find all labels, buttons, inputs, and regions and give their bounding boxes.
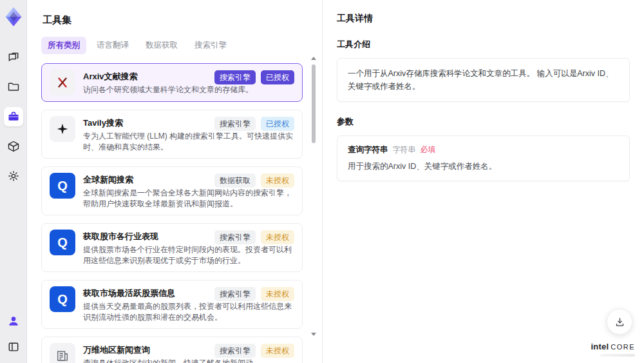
sidebar-nav [4, 48, 23, 186]
intro-box: 一个用于从Arxiv存储库搜索科学论文和文章的工具。 输入可以是Arxiv ID… [337, 58, 630, 102]
tool-badges: 搜索引擎已授权 [214, 70, 294, 84]
category-badge: 搜索引擎 [214, 344, 256, 358]
details-title: 工具详情 [337, 13, 630, 25]
gear-icon [7, 170, 20, 182]
quark-icon: Q [50, 230, 75, 255]
category-badge: 数据获取 [214, 173, 256, 188]
tavily-icon [50, 116, 75, 142]
tool-card-5[interactable]: Q获取市场最活跃股票信息提供当天交易量最高的股票列表，投资者可以利用这些信息来识… [41, 280, 303, 329]
user-icon [7, 315, 20, 328]
app-logo[interactable] [4, 6, 23, 27]
auth-status-badge: 已授权 [261, 117, 294, 131]
tool-badges: 搜索引擎未授权 [214, 230, 294, 244]
tool-details-panel: 工具详情 工具介绍 一个用于从Arxiv存储库搜索科学论文和文章的工具。 输入可… [322, 0, 644, 363]
category-badge: 搜索引擎 [214, 70, 256, 84]
sidebar-item-models[interactable] [4, 137, 23, 156]
tool-badges: 搜索引擎未授权 [214, 287, 294, 301]
quark-icon: Q [50, 173, 75, 199]
tools-list-panel: 工具集 所有类别语言翻译数据获取搜索引擎 Arxiv文献搜索访问各个研究领域大量… [27, 0, 322, 363]
sidebar-item-user[interactable] [4, 311, 23, 331]
sidebar-item-tools[interactable] [4, 107, 23, 126]
chat-icon [7, 51, 20, 64]
param-type: 字符串 [393, 144, 416, 155]
tool-description: 访问各个研究领域大量科学论文和文章的存储库。 [83, 84, 294, 95]
download-button[interactable] [607, 309, 632, 335]
sidebar-bottom [4, 311, 23, 357]
sidebar-item-settings[interactable] [4, 166, 23, 186]
category-badge: 搜索引擎 [214, 287, 256, 301]
page-title: 工具集 [43, 14, 303, 26]
intro-text: 一个用于从Arxiv存储库搜索科学论文和文章的工具。 输入可以是Arxiv ID… [348, 69, 614, 91]
newspaper-icon [50, 343, 75, 363]
auth-status-badge: 未授权 [261, 287, 294, 301]
sidebar-item-collapse[interactable] [4, 337, 23, 357]
auth-status-badge: 未授权 [261, 173, 294, 188]
scrollbar-up-arrow[interactable] [311, 57, 316, 60]
sidebar-item-files[interactable] [4, 77, 23, 97]
tool-card-2[interactable]: Tavily搜索专为人工智能代理 (LLM) 构建的搜索引擎工具。可快速提供实时… [41, 110, 303, 159]
auth-status-badge: 已授权 [261, 70, 294, 84]
auth-status-badge: 未授权 [261, 230, 294, 244]
app-window: 工具集 所有类别语言翻译数据获取搜索引擎 Arxiv文献搜索访问各个研究领域大量… [0, 0, 644, 363]
tool-card-1[interactable]: Arxiv文献搜索访问各个研究领域大量科学论文和文章的存储库。搜索引擎已授权 [41, 63, 303, 102]
category-badge: 搜索引擎 [214, 230, 256, 244]
tool-description: 全球新闻搜索是一个聚合全球各大新闻网站内容的搜索引擎，帮助用户快速获取全球最新资… [83, 188, 294, 209]
param-name: 查询字符串 [348, 144, 388, 155]
download-icon [614, 317, 625, 328]
category-tabs: 所有类别语言翻译数据获取搜索引擎 [41, 37, 303, 54]
briefcase-icon [7, 110, 20, 123]
params-title: 参数 [337, 116, 630, 128]
tab-all[interactable]: 所有类别 [41, 37, 86, 54]
param-required-badge: 必填 [421, 144, 436, 155]
param-description: 用于搜索的Arxiv ID、关键字或作者姓名。 [348, 161, 619, 172]
tool-cards: Arxiv文献搜索访问各个研究领域大量科学论文和文章的存储库。搜索引擎已授权Ta… [41, 63, 303, 363]
tab-translate[interactable]: 语言翻译 [90, 37, 135, 54]
quark-icon: Q [50, 286, 75, 312]
auth-status-badge: 未授权 [261, 344, 294, 358]
sidebar-item-chat[interactable] [4, 48, 23, 67]
tool-badges: 搜索引擎已授权 [214, 117, 294, 131]
tool-card-6[interactable]: 万维地区新闻查询查询具体行政区划内的新闻，快速了解各地新闻动搜索引擎未授权 [41, 337, 303, 363]
cube-icon [7, 140, 20, 153]
tool-description: 提供当天交易量最高的股票列表，投资者可以利用这些信息来识别流动性强的股票和潜在的… [83, 301, 294, 322]
intel-core-logo: intelCORE [591, 340, 635, 357]
tab-search[interactable]: 搜索引擎 [188, 37, 233, 54]
panel-toggle-icon [7, 340, 20, 353]
sidebar [0, 0, 27, 363]
param-header: 查询字符串 字符串 必填 [348, 144, 619, 155]
scrollbar-thumb[interactable] [312, 64, 316, 143]
arxiv-icon [50, 70, 75, 95]
scrollbar-down-arrow[interactable] [311, 333, 316, 336]
brand-gradient-bar [600, 354, 635, 357]
category-badge: 搜索引擎 [214, 117, 256, 131]
tool-description: 查询具体行政区划内的新闻，快速了解各地新闻动 [83, 358, 294, 363]
param-box: 查询字符串 字符串 必填 用于搜索的Arxiv ID、关键字或作者姓名。 [337, 135, 630, 181]
tool-description: 提供股票市场各个行业在特定时间段内的表现。投资者可以利用这些信息来识别表现优于或… [83, 244, 294, 266]
tool-badges: 数据获取未授权 [214, 173, 294, 188]
tool-badges: 搜索引擎未授权 [214, 344, 294, 358]
tab-data[interactable]: 数据获取 [139, 37, 184, 54]
tool-card-3[interactable]: Q全球新闻搜索全球新闻搜索是一个聚合全球各大新闻网站内容的搜索引擎，帮助用户快速… [41, 166, 303, 215]
tool-card-4[interactable]: Q获取股市各行业表现提供股票市场各个行业在特定时间段内的表现。投资者可以利用这些… [41, 223, 303, 272]
gem-logo-icon [4, 6, 23, 27]
intel-text: intel [591, 342, 609, 351]
tool-description: 专为人工智能代理 (LLM) 构建的搜索引擎工具。可快速提供实时、准确和真实的结… [83, 131, 294, 152]
folder-icon [7, 81, 20, 93]
list-scrollbar[interactable] [311, 57, 316, 336]
intro-title: 工具介绍 [337, 39, 630, 50]
core-text: CORE [611, 343, 635, 351]
